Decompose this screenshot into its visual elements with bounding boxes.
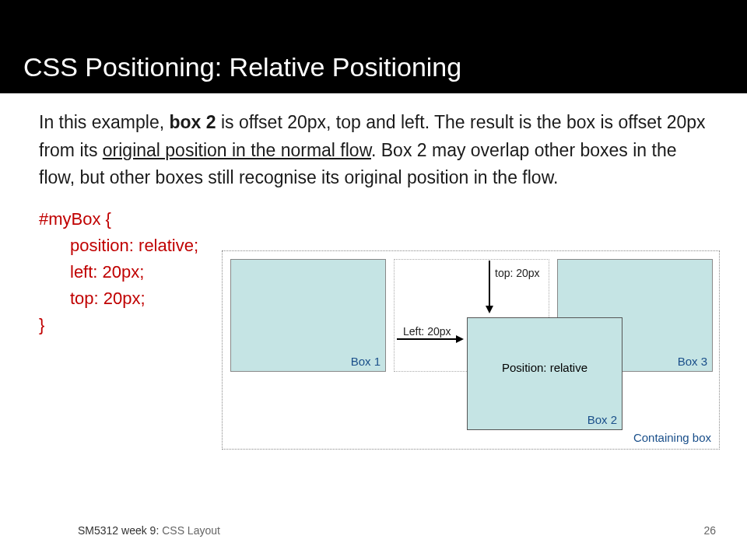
box-label: Box 2 — [587, 413, 617, 426]
box-label: Box 1 — [351, 355, 381, 368]
box-2-relative: Position: relative Box 2 — [467, 317, 622, 430]
top-offset-label: top: 20px — [495, 267, 540, 279]
position-relative-label: Position: relative — [468, 361, 622, 374]
title-bar: CSS Positioning: Relative Positioning — [0, 0, 747, 93]
text: In this example, — [39, 112, 169, 132]
code-line: } — [39, 315, 44, 334]
box-1: Box 1 — [230, 259, 386, 372]
page-number: 26 — [703, 524, 716, 537]
footer-course: SM5312 week 9: CSS Layout — [78, 524, 220, 537]
box-label: Box 3 — [678, 355, 707, 368]
footer-course-code: SM5312 week 9: — [78, 524, 159, 537]
containing-box-label: Containing box — [633, 431, 711, 444]
slide-title: CSS Positioning: Relative Positioning — [23, 52, 461, 82]
left-offset-label: Left: 20px — [403, 325, 451, 338]
code-line: #myBox { — [39, 209, 111, 229]
slide-footer: SM5312 week 9: CSS Layout 26 — [0, 524, 747, 537]
underlined-text: original position in the normal flow — [103, 140, 371, 160]
arrow-down-icon — [489, 261, 490, 312]
body-paragraph: In this example, box 2 is offset 20px, t… — [39, 109, 708, 192]
bold-text: box 2 — [169, 112, 216, 132]
footer-course-topic: CSS Layout — [159, 524, 220, 537]
containing-box-diagram: Box 1 Box 3 top: 20px Left: 20px Positio… — [222, 250, 720, 450]
arrow-right-icon — [397, 338, 462, 340]
